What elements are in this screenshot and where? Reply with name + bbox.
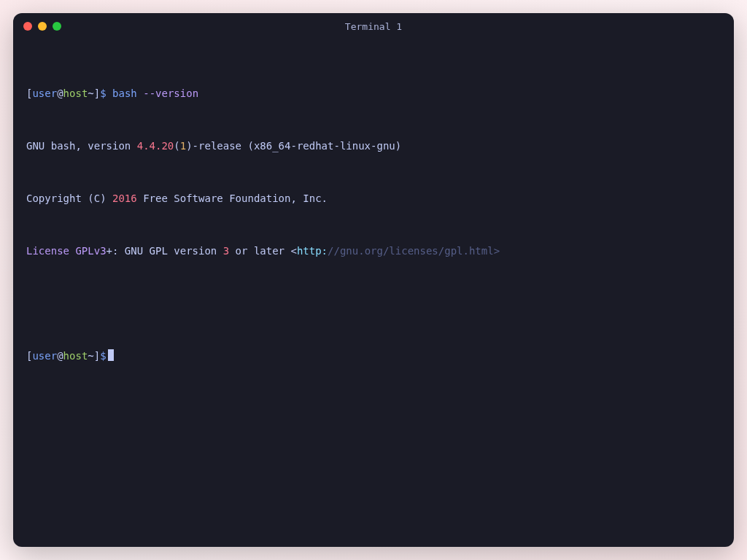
terminal-body[interactable]: [user@host~]$ bash --version GNU bash, v… — [13, 39, 734, 547]
cursor-icon — [108, 349, 114, 361]
command-name: bash — [112, 88, 137, 99]
output-line-3: License GPLv3+: GNU GPL version 3 or lat… — [26, 242, 721, 260]
terminal-window: Terminal 1 [user@host~]$ bash --version … — [13, 13, 734, 547]
traffic-lights — [23, 22, 61, 31]
minimize-icon[interactable] — [38, 22, 47, 31]
close-icon[interactable] — [23, 22, 32, 31]
prompt-host: host — [63, 88, 88, 99]
bracket-close: ] — [94, 88, 100, 99]
command-flag: --version — [143, 88, 198, 99]
prompt-at: @ — [57, 88, 63, 99]
window-title: Terminal 1 — [13, 21, 734, 32]
prompt-tilde: ~ — [88, 88, 93, 99]
titlebar: Terminal 1 — [13, 13, 734, 39]
prompt-line-1: [user@host~]$ bash --version — [26, 85, 721, 102]
output-line-2: Copyright (C) 2016 Free Software Foundat… — [26, 190, 721, 207]
output-line-1: GNU bash, version 4.4.20(1)-release (x86… — [26, 137, 721, 155]
prompt-user: user — [32, 88, 57, 99]
blank-line — [26, 295, 721, 312]
prompt-symbol: $ — [100, 88, 106, 99]
prompt-line-2: [user@host~]$ — [26, 347, 721, 365]
maximize-icon[interactable] — [53, 22, 61, 31]
